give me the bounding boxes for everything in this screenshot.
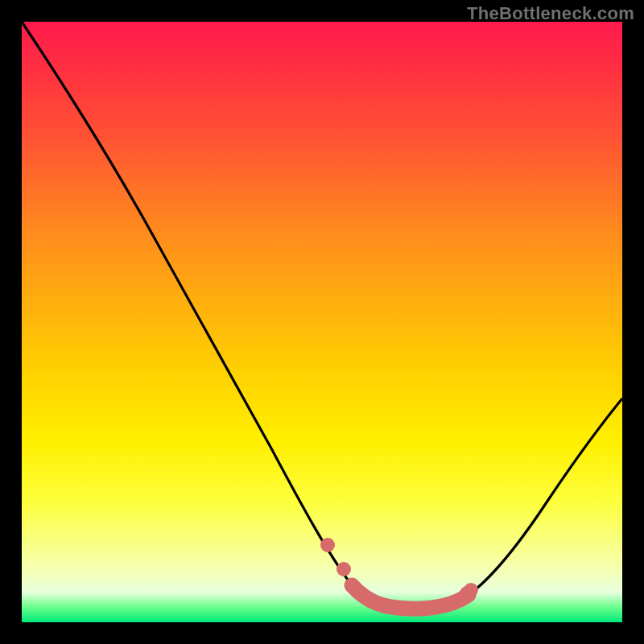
chart-frame [22, 22, 622, 622]
bottleneck-curve-path [22, 22, 622, 609]
highlight-band [352, 585, 469, 609]
highlight-dot [336, 562, 351, 576]
highlight-dot [320, 538, 335, 552]
watermark-text: TheBottleneck.com [467, 3, 634, 24]
highlight-dot [464, 583, 478, 597]
optimal-range-highlight [320, 538, 478, 609]
bottleneck-curve-svg [22, 22, 622, 622]
